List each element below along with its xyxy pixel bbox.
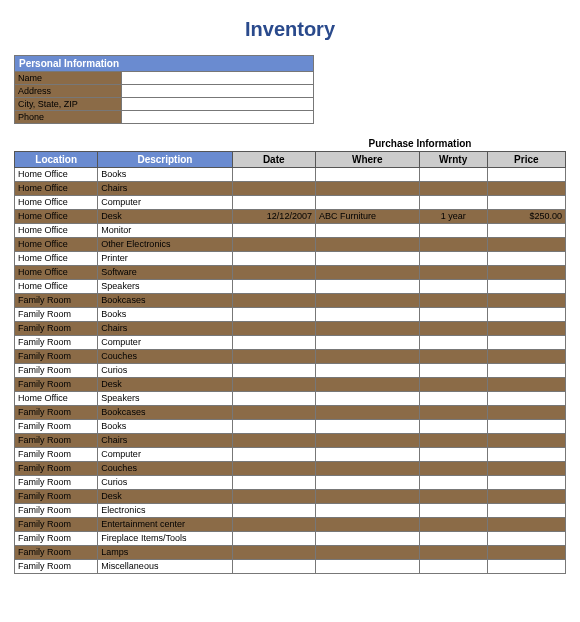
cell-wrnty[interactable] xyxy=(419,378,487,392)
cell-description[interactable]: Books xyxy=(98,168,232,182)
cell-location[interactable]: Family Room xyxy=(15,364,98,378)
cell-where[interactable] xyxy=(315,280,419,294)
cell-description[interactable]: Books xyxy=(98,420,232,434)
cell-where[interactable] xyxy=(315,168,419,182)
cell-location[interactable]: Family Room xyxy=(15,518,98,532)
cell-description[interactable]: Desk xyxy=(98,378,232,392)
cell-description[interactable]: Printer xyxy=(98,252,232,266)
cell-wrnty[interactable] xyxy=(419,308,487,322)
cell-date[interactable] xyxy=(232,518,315,532)
cell-date[interactable] xyxy=(232,266,315,280)
cell-price[interactable] xyxy=(487,462,565,476)
cell-wrnty[interactable] xyxy=(419,560,487,574)
cell-description[interactable]: Couches xyxy=(98,350,232,364)
cell-location[interactable]: Family Room xyxy=(15,462,98,476)
cell-where[interactable] xyxy=(315,294,419,308)
pi-input[interactable] xyxy=(122,111,314,124)
cell-date[interactable] xyxy=(232,238,315,252)
cell-where[interactable] xyxy=(315,546,419,560)
cell-location[interactable]: Home Office xyxy=(15,196,98,210)
cell-price[interactable] xyxy=(487,448,565,462)
cell-date[interactable] xyxy=(232,182,315,196)
cell-wrnty[interactable] xyxy=(419,224,487,238)
cell-price[interactable] xyxy=(487,504,565,518)
cell-wrnty[interactable] xyxy=(419,182,487,196)
cell-price[interactable] xyxy=(487,266,565,280)
cell-price[interactable] xyxy=(487,238,565,252)
cell-location[interactable]: Family Room xyxy=(15,378,98,392)
cell-description[interactable]: Desk xyxy=(98,490,232,504)
cell-description[interactable]: Curios xyxy=(98,476,232,490)
cell-date[interactable] xyxy=(232,462,315,476)
cell-price[interactable] xyxy=(487,280,565,294)
cell-date[interactable] xyxy=(232,350,315,364)
cell-where[interactable]: ABC Furniture xyxy=(315,210,419,224)
cell-where[interactable] xyxy=(315,196,419,210)
cell-date[interactable] xyxy=(232,476,315,490)
cell-price[interactable] xyxy=(487,532,565,546)
cell-location[interactable]: Home Office xyxy=(15,210,98,224)
cell-description[interactable]: Curios xyxy=(98,364,232,378)
cell-description[interactable]: Speakers xyxy=(98,392,232,406)
cell-price[interactable] xyxy=(487,406,565,420)
cell-price[interactable] xyxy=(487,308,565,322)
cell-price[interactable] xyxy=(487,336,565,350)
cell-wrnty[interactable] xyxy=(419,322,487,336)
cell-wrnty[interactable] xyxy=(419,364,487,378)
cell-where[interactable] xyxy=(315,560,419,574)
cell-location[interactable]: Home Office xyxy=(15,252,98,266)
cell-where[interactable] xyxy=(315,238,419,252)
cell-location[interactable]: Family Room xyxy=(15,294,98,308)
cell-date[interactable] xyxy=(232,406,315,420)
cell-wrnty[interactable] xyxy=(419,280,487,294)
cell-description[interactable]: Books xyxy=(98,308,232,322)
cell-price[interactable] xyxy=(487,546,565,560)
cell-description[interactable]: Software xyxy=(98,266,232,280)
cell-wrnty[interactable] xyxy=(419,490,487,504)
cell-where[interactable] xyxy=(315,350,419,364)
cell-date[interactable] xyxy=(232,168,315,182)
cell-date[interactable] xyxy=(232,546,315,560)
cell-date[interactable] xyxy=(232,322,315,336)
cell-location[interactable]: Home Office xyxy=(15,392,98,406)
cell-description[interactable]: Chairs xyxy=(98,434,232,448)
cell-date[interactable] xyxy=(232,378,315,392)
cell-price[interactable] xyxy=(487,196,565,210)
cell-location[interactable]: Home Office xyxy=(15,280,98,294)
cell-date[interactable]: 12/12/2007 xyxy=(232,210,315,224)
cell-description[interactable]: Electronics xyxy=(98,504,232,518)
cell-price[interactable] xyxy=(487,322,565,336)
cell-wrnty[interactable] xyxy=(419,476,487,490)
cell-date[interactable] xyxy=(232,504,315,518)
cell-location[interactable]: Family Room xyxy=(15,560,98,574)
cell-where[interactable] xyxy=(315,476,419,490)
cell-where[interactable] xyxy=(315,462,419,476)
cell-location[interactable]: Family Room xyxy=(15,546,98,560)
cell-wrnty[interactable] xyxy=(419,518,487,532)
cell-where[interactable] xyxy=(315,336,419,350)
cell-location[interactable]: Family Room xyxy=(15,322,98,336)
cell-description[interactable]: Desk xyxy=(98,210,232,224)
cell-description[interactable]: Chairs xyxy=(98,322,232,336)
cell-location[interactable]: Family Room xyxy=(15,420,98,434)
cell-description[interactable]: Fireplace Items/Tools xyxy=(98,532,232,546)
cell-date[interactable] xyxy=(232,308,315,322)
cell-where[interactable] xyxy=(315,224,419,238)
cell-wrnty[interactable] xyxy=(419,406,487,420)
cell-wrnty[interactable] xyxy=(419,168,487,182)
cell-where[interactable] xyxy=(315,322,419,336)
cell-wrnty[interactable]: 1 year xyxy=(419,210,487,224)
cell-date[interactable] xyxy=(232,420,315,434)
cell-date[interactable] xyxy=(232,392,315,406)
cell-description[interactable]: Speakers xyxy=(98,280,232,294)
cell-date[interactable] xyxy=(232,364,315,378)
cell-location[interactable]: Family Room xyxy=(15,308,98,322)
cell-description[interactable]: Other Electronics xyxy=(98,238,232,252)
cell-description[interactable]: Computer xyxy=(98,336,232,350)
cell-wrnty[interactable] xyxy=(419,504,487,518)
cell-price[interactable] xyxy=(487,364,565,378)
cell-location[interactable]: Home Office xyxy=(15,224,98,238)
cell-wrnty[interactable] xyxy=(419,196,487,210)
cell-wrnty[interactable] xyxy=(419,238,487,252)
cell-where[interactable] xyxy=(315,364,419,378)
